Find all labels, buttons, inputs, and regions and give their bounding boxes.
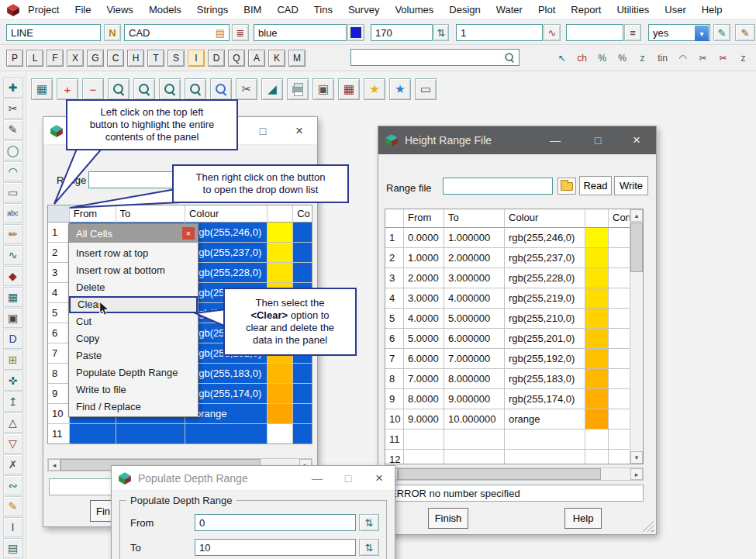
context-menu-item[interactable]: Insert row at top [69,245,198,262]
row-number-cell[interactable]: 6 [385,329,404,349]
context-menu-item[interactable]: Copy [69,330,198,347]
to-picker-button[interactable]: ⇅ [359,539,379,556]
context-menu-item[interactable]: Clear [69,296,198,313]
folder-add-tool-icon[interactable]: ⊞ [3,350,23,370]
from-cell[interactable]: 8.0000 [404,389,444,409]
model-combo[interactable]: CAD▤ [124,24,230,41]
polyline-tool-icon[interactable]: ∿ [3,245,23,265]
table-row[interactable]: 11 [48,424,312,444]
swatch-cell[interactable] [268,404,293,424]
menu-utilities[interactable]: Utilities [609,4,657,16]
snap-chainage-icon[interactable]: ch [572,48,592,68]
grid-tool-icon[interactable]: ▦ [3,287,23,307]
sheet-button[interactable]: ▦ [338,78,360,100]
select-all-button[interactable] [48,205,70,223]
mode-a-button[interactable]: A [248,50,265,67]
window-titlebar[interactable]: Populate Depth Range — □ × [112,466,395,491]
con-cell[interactable] [609,450,631,464]
swatch-cell[interactable] [585,329,609,349]
to-cell[interactable]: 3.000000 [444,268,505,288]
mode-c-button[interactable]: C [107,50,124,67]
measure-button[interactable]: ◢ [261,78,283,100]
menu-report[interactable]: Report [563,4,609,16]
con-cell[interactable] [293,263,312,283]
shield-tool-icon[interactable]: ▽ [3,433,23,454]
triangle-tool-icon[interactable]: △ [3,412,23,433]
maximize-button[interactable]: □ [251,117,274,145]
swatch-cell[interactable] [585,409,609,430]
colour-cell[interactable]: rgb(255,237,0) [505,248,585,268]
rectangle-tool-icon[interactable]: ▭ [3,182,23,202]
con-cell[interactable] [609,409,631,430]
con-cell[interactable] [609,389,631,409]
con-cell[interactable] [609,228,631,248]
mode-g-button[interactable]: G [87,50,104,67]
row-number-cell[interactable]: 3 [385,268,404,288]
context-menu-close-icon[interactable]: × [182,227,195,240]
swatch-cell[interactable] [585,349,609,369]
con-cell[interactable] [609,430,631,450]
colour-cell[interactable]: rgb(255,210,0) [505,309,585,329]
mode-l-button[interactable]: L [26,50,43,67]
row-number-cell[interactable]: 3 [48,263,70,283]
favourite-blue-button[interactable]: ★ [389,78,411,100]
swatch-cell[interactable] [268,243,293,263]
context-menu-item[interactable]: Insert row at bottom [69,262,198,279]
from-cell[interactable]: 7.0000 [404,369,444,389]
mode-i-button[interactable]: I [188,50,205,67]
row-number-cell[interactable]: 12 [385,450,404,464]
colour-cell[interactable] [185,424,268,444]
read-button[interactable]: Read [579,176,612,195]
row-number-cell[interactable]: 7 [48,343,70,364]
row-number-cell[interactable]: 2 [385,248,404,268]
horizontal-scrollbar[interactable]: ◂ ▸ [385,468,644,481]
swatch-cell[interactable] [268,263,293,283]
corner-cell[interactable] [385,209,404,228]
from-picker-button[interactable]: ⇅ [359,514,379,531]
write-button[interactable]: Write [614,176,648,195]
colour-cell[interactable] [505,430,585,450]
scroll-thumb[interactable] [630,223,643,272]
menu-survey[interactable]: Survey [340,4,387,16]
swatch-cell[interactable] [268,424,293,444]
help-button[interactable]: Help [564,508,602,529]
ibeam-tool-icon[interactable]: I [3,517,23,537]
name-button[interactable]: N [104,24,121,41]
swatch-cell[interactable] [585,389,609,409]
snap-height-icon[interactable]: z [734,48,753,68]
table-row[interactable]: 12 [385,450,643,464]
linestyle-pick-button[interactable]: ∿ [544,24,561,41]
con-cell[interactable] [609,309,631,329]
swatch-cell[interactable] [585,228,609,248]
to-cell[interactable]: 5.000000 [444,309,505,329]
con-cell[interactable] [609,268,631,288]
table-row[interactable]: 6 5.0000 6.000000 rgb(255,201,0) [385,329,643,349]
from-cell[interactable]: 1.0000 [404,248,444,268]
swatch-cell[interactable] [268,384,293,404]
row-number-cell[interactable]: 5 [48,303,70,323]
table-row[interactable]: 1 0.0000 1.000000 rgb(255,246,0) [385,228,643,248]
window-titlebar[interactable]: Height Range File — □ × [378,126,656,154]
snap-tin-icon[interactable]: tin [653,48,672,68]
add-button[interactable]: + [57,78,78,100]
pan-tool-icon[interactable]: ✚ [3,78,23,98]
row-number-cell[interactable]: 5 [385,309,404,329]
zoom-in-button[interactable] [108,78,129,100]
table-row[interactable]: 11 [385,430,643,450]
mode-s-button[interactable]: S [167,50,185,67]
con-cell[interactable] [609,329,631,349]
close-button[interactable]: × [368,466,391,491]
context-menu-item[interactable]: Cut [69,313,198,330]
to-cell[interactable] [116,424,185,444]
mode-d-button[interactable]: D [208,50,225,67]
con-cell[interactable] [293,424,312,444]
table-row[interactable]: 3 2.0000 3.000000 rgb(255,228,0) [385,268,643,288]
swatch-cell[interactable] [585,288,609,309]
menu-strings[interactable]: Strings [189,4,236,16]
swatch-cell[interactable] [585,309,609,329]
wave-tool-icon[interactable]: ∾ [3,475,23,495]
mode-f-button[interactable]: F [47,50,64,67]
colour-cell[interactable]: rgb(255,219,0) [505,288,585,309]
to-cell[interactable]: 2.000000 [444,248,505,268]
to-cell[interactable]: 7.000000 [444,349,505,369]
